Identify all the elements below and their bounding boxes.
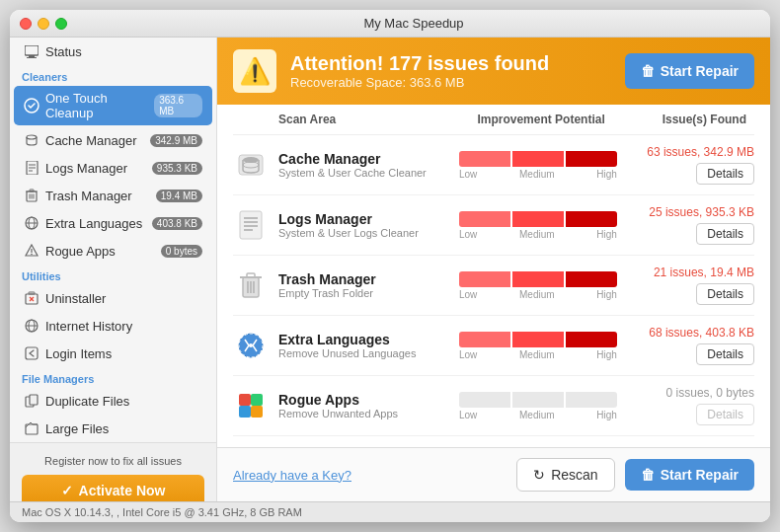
sidebar-item-status[interactable]: Status: [14, 38, 212, 64]
svg-rect-29: [30, 395, 38, 405]
main-window: My Mac Speedup Status Cleaners One Touch…: [10, 10, 770, 522]
cache-row-icon: [233, 147, 269, 183]
duplicate-icon: [24, 393, 39, 409]
trash-row-bar: Low Medium High: [451, 271, 624, 300]
rogue-row-issues: 0 issues, 0 bytes Details: [625, 386, 754, 425]
internet-history-label: Internet History: [45, 319, 132, 334]
svg-rect-2: [27, 57, 37, 58]
alert-subtitle: Recoverable Space: 363.6 MB: [290, 75, 611, 90]
bottom-bar: Already have a Key? ↻ Rescan 🗑 Start Rep…: [217, 447, 770, 501]
table-row: Trash Manager Empty Trash Folder Low Med…: [233, 256, 754, 316]
svg-rect-1: [29, 55, 35, 57]
svg-rect-11: [30, 190, 34, 191]
one-touch-icon: [24, 98, 39, 114]
large-files-icon: [24, 420, 39, 436]
col-header-scan-area: Scan Area: [233, 113, 459, 126]
scan-table: Scan Area Improvement Potential Issue(s)…: [217, 105, 770, 447]
fullscreen-button[interactable]: [55, 18, 67, 30]
one-touch-badge: 363.6 MB: [154, 94, 202, 117]
register-text: Register now to fix all issues: [22, 455, 204, 467]
svg-rect-48: [239, 394, 251, 406]
table-row: Extra Languages Remove Unused Languages …: [233, 316, 754, 376]
sidebar-item-cache-manager[interactable]: Cache Manager 342.9 MB: [14, 127, 212, 153]
sidebar-item-logs-manager[interactable]: Logs Manager 935.3 KB: [14, 155, 212, 181]
logs-row-issues: 25 issues, 935.3 KB Details: [625, 205, 754, 245]
svg-rect-27: [26, 347, 38, 359]
activate-now-button[interactable]: ✓ Activate Now: [22, 475, 204, 501]
svg-point-19: [31, 254, 33, 256]
login-items-label: Login Items: [45, 346, 112, 361]
monitor-icon: [24, 43, 39, 59]
activate-label: Activate Now: [79, 483, 166, 498]
rogue-row-bar: Low Medium High: [451, 392, 624, 420]
titlebar: My Mac Speedup: [10, 10, 770, 38]
sidebar-item-large-files[interactable]: Large Files: [14, 416, 212, 441]
sidebar-item-extra-languages[interactable]: Extra Languages 403.8 KB: [14, 210, 212, 236]
languages-row-icon: [233, 328, 269, 363]
start-repair-label-bottom: Start Repair: [661, 467, 739, 483]
svg-rect-0: [25, 45, 39, 55]
duplicate-files-label: Duplicate Files: [45, 394, 129, 409]
utilities-section-label: Utilities: [10, 265, 216, 284]
table-row: Rogue Apps Remove Unwanted Apps Low Medi…: [233, 376, 754, 436]
start-repair-button-top[interactable]: 🗑 Start Repair: [625, 53, 754, 89]
status-label: Status: [45, 44, 82, 59]
close-button[interactable]: [20, 18, 32, 30]
minimize-button[interactable]: [38, 18, 49, 30]
rescan-button[interactable]: ↻ Rescan: [516, 458, 614, 492]
sidebar-item-duplicate-files[interactable]: Duplicate Files: [14, 388, 212, 414]
sidebar-item-login-items[interactable]: Login Items: [14, 341, 212, 366]
already-have-key-link[interactable]: Already have a Key?: [233, 468, 351, 483]
table-row: Cache Manager System & User Cache Cleane…: [233, 135, 754, 195]
sidebar-item-uninstaller[interactable]: Uninstaller: [14, 285, 212, 311]
rescan-label: Rescan: [551, 467, 597, 483]
right-panel: ⚠️ Attention! 177 issues found Recoverab…: [217, 38, 770, 501]
languages-details-button[interactable]: Details: [696, 343, 754, 365]
logs-row-bar: Low Medium High: [451, 211, 624, 240]
sidebar-item-one-touch-cleanup[interactable]: One Touch Cleanup 363.6 MB: [14, 86, 212, 125]
languages-icon: [24, 215, 39, 231]
trash-badge: 19.4 MB: [156, 190, 202, 202]
cache-row-bar: Low Medium High: [451, 151, 624, 180]
file-managers-section-label: File Managers: [10, 367, 216, 387]
trash-row-icon: [233, 267, 269, 303]
uninstaller-label: Uninstaller: [45, 291, 106, 306]
start-repair-button-bottom[interactable]: 🗑 Start Repair: [625, 459, 754, 491]
rogue-label: Rogue Apps: [45, 244, 116, 259]
col-header-improvement: Improvement Potential: [459, 113, 623, 126]
sidebar-item-internet-history[interactable]: Internet History: [14, 313, 212, 339]
sidebar: Status Cleaners One Touch Cleanup 363.6 …: [10, 38, 217, 501]
cache-label: Cache Manager: [45, 133, 137, 148]
window-title: My Mac Speedup: [67, 16, 760, 31]
alert-text: Attention! 177 issues found Recoverable …: [290, 52, 611, 90]
repair-icon-top: 🗑: [641, 63, 655, 79]
logs-details-button[interactable]: Details: [696, 223, 754, 245]
rogue-badge: 0 bytes: [161, 245, 202, 258]
login-icon: [24, 345, 39, 361]
history-icon: [24, 318, 39, 334]
sidebar-item-rogue-apps[interactable]: Rogue Apps 0 bytes: [14, 238, 212, 264]
rogue-icon: [24, 243, 39, 259]
cache-icon: [24, 132, 39, 148]
cache-details-button[interactable]: Details: [696, 163, 754, 185]
logs-badge: 935.3 KB: [152, 162, 202, 175]
sidebar-item-trash-manager[interactable]: Trash Manager 19.4 MB: [14, 183, 212, 208]
repair-icon-bottom: 🗑: [641, 467, 655, 483]
rescan-icon: ↻: [533, 467, 545, 483]
one-touch-label: One Touch Cleanup: [45, 91, 148, 120]
warning-icon: ⚠️: [233, 49, 276, 93]
large-files-label: Large Files: [45, 421, 109, 436]
trash-details-button[interactable]: Details: [696, 283, 754, 305]
cache-row-info: Cache Manager System & User Cache Cleane…: [278, 151, 451, 179]
languages-label: Extra Languages: [45, 216, 142, 231]
start-repair-label-top: Start Repair: [661, 63, 739, 79]
cache-row-issues: 63 issues, 342.9 MB Details: [625, 145, 754, 185]
table-header: Scan Area Improvement Potential Issue(s)…: [233, 105, 754, 135]
alert-banner: ⚠️ Attention! 177 issues found Recoverab…: [217, 38, 770, 105]
col-header-issues: Issue(s) Found: [623, 113, 754, 126]
rogue-row-icon: [233, 388, 269, 423]
main-content: Status Cleaners One Touch Cleanup 363.6 …: [10, 38, 770, 501]
cache-badge: 342.9 MB: [150, 134, 202, 147]
trash-row-issues: 21 issues, 19.4 MB Details: [625, 266, 754, 305]
traffic-lights: [20, 18, 67, 30]
